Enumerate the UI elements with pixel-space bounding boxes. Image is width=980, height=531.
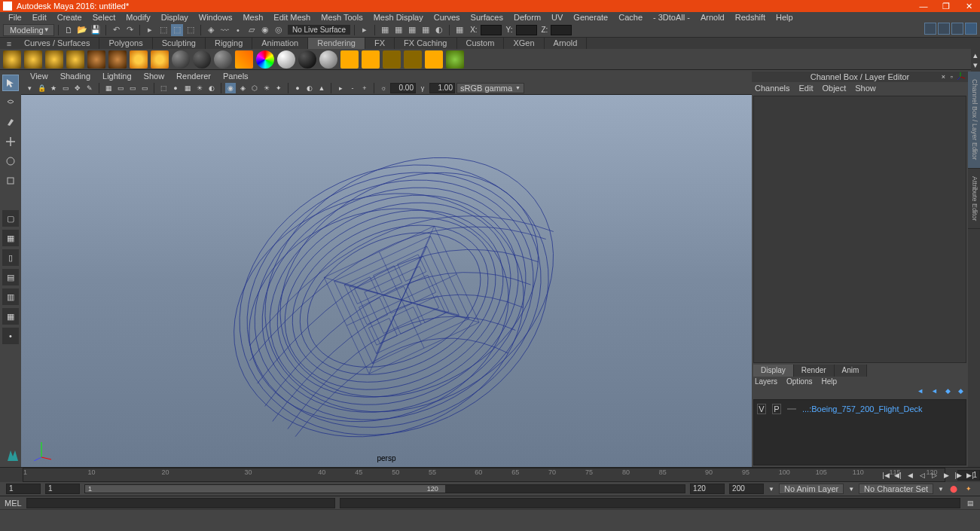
spot-light-icon[interactable] (66, 50, 84, 69)
hypershade-icon[interactable]: ◐ (433, 24, 445, 36)
shelf-tab-animation[interactable]: Animation (252, 38, 308, 49)
step-back-icon[interactable]: ◀ (905, 470, 915, 481)
ball-white-icon[interactable] (277, 50, 295, 69)
uv-editor-icon[interactable] (235, 50, 253, 69)
menu-generate[interactable]: Generate (568, 12, 613, 23)
menu-deform[interactable]: Deform (508, 12, 546, 23)
menu-curves[interactable]: Curves (429, 12, 466, 23)
gate-mask-icon[interactable]: ▭ (139, 83, 150, 93)
directional-light-icon[interactable] (24, 50, 42, 69)
shadows-icon[interactable]: ◐ (206, 83, 217, 93)
menu-edit[interactable]: Edit (27, 12, 52, 23)
layer-tab-render[interactable]: Render (794, 365, 835, 377)
ambient-light-icon[interactable] (3, 50, 21, 69)
2d-pan-icon[interactable]: ✥ (72, 83, 83, 93)
menu-uv[interactable]: UV (546, 12, 568, 23)
layout-hyper-icon[interactable]: ▦ (2, 308, 19, 325)
hypershade-open-icon[interactable] (425, 50, 443, 69)
snap-curve-icon[interactable]: 〰 (218, 24, 230, 36)
ch-menu-edit[interactable]: Edit (798, 84, 813, 93)
select-hier-icon[interactable]: ⬚ (157, 24, 169, 36)
menu-help[interactable]: Help (771, 12, 798, 23)
go-start-icon[interactable]: |◀ (881, 470, 891, 481)
shelf-tab-fxcaching[interactable]: FX Caching (395, 38, 456, 49)
layer-name[interactable]: ...:Boeing_757_200_Flight_Deck (802, 404, 963, 414)
shader-ball1-icon[interactable] (172, 50, 190, 69)
colorspace-select[interactable]: sRGB gamma▼ (456, 83, 524, 93)
exposure-down-icon[interactable]: - (347, 83, 358, 93)
rotate-tool[interactable] (2, 153, 19, 169)
range-end-outer[interactable]: 200 (729, 484, 764, 494)
scale-tool[interactable] (2, 172, 19, 189)
layout-single-icon[interactable]: ▢ (2, 210, 19, 227)
render-frame-icon[interactable] (340, 50, 359, 69)
script-editor-icon[interactable]: ▤ (965, 498, 975, 508)
panel-menu-shading[interactable]: Shading (54, 72, 96, 81)
layer-playback[interactable]: P (772, 404, 781, 414)
autokey-icon[interactable]: ⬤ (948, 484, 959, 494)
menu-file[interactable]: File (3, 12, 27, 23)
menu-mesh[interactable]: Mesh (237, 12, 268, 23)
menu-mesh-display[interactable]: Mesh Display (368, 12, 429, 23)
panel-dock-icon[interactable]: ▫ (951, 72, 953, 82)
layout-outliner-icon[interactable]: ▤ (2, 269, 19, 285)
batch-render-icon[interactable] (383, 50, 401, 69)
time-slider[interactable]: 1 10 20 30 40 45 50 55 60 65 70 75 80 85… (0, 467, 980, 482)
workspace-selector[interactable]: Modeling▼ (3, 24, 54, 36)
layer-move-down-icon[interactable]: ◄ (931, 387, 938, 398)
motion-blur-icon[interactable]: ◐ (304, 83, 315, 93)
move-tool[interactable] (2, 133, 19, 150)
dof-icon[interactable]: ▸ (335, 83, 346, 93)
layout-icon[interactable] (938, 23, 950, 35)
range-start-inner[interactable]: 1 (45, 484, 80, 494)
redo-icon[interactable]: ↷ (124, 24, 136, 36)
exposure-icon[interactable]: ☼ (378, 83, 389, 93)
layer-tab-display[interactable]: Display (753, 365, 794, 377)
shaded-icon[interactable]: ● (170, 83, 181, 93)
grid-icon[interactable]: ▦ (103, 83, 114, 93)
ball-gray-icon[interactable] (319, 50, 337, 69)
maximize-button[interactable]: ❐ (935, 0, 957, 12)
range-bar[interactable]: 1 120 (84, 484, 685, 493)
layer-menu-help[interactable]: Help (821, 377, 837, 387)
panel-menu-lighting[interactable]: Lighting (96, 72, 138, 81)
point-light-icon[interactable] (45, 50, 63, 69)
layout-two-icon[interactable]: ▯ (2, 249, 19, 266)
ipr-icon[interactable]: ▦ (392, 24, 405, 36)
z-input[interactable] (551, 25, 572, 35)
modeling-toolkit-icon[interactable] (924, 23, 936, 35)
lights-icon[interactable]: ☀ (194, 83, 205, 93)
construction-history-icon[interactable]: ▸ (359, 24, 371, 36)
exposure-input[interactable]: 0.00 (390, 83, 416, 93)
shelf-tab-rigging[interactable]: Rigging (206, 38, 252, 49)
gamma-icon[interactable]: γ (417, 83, 428, 93)
shelf-tab-curves[interactable]: Curves / Surfaces (15, 38, 99, 49)
y-input[interactable] (516, 25, 537, 35)
ao-icon[interactable]: ● (292, 83, 303, 93)
gamma-input[interactable]: 1.00 (429, 83, 455, 93)
attribute-editor-icon[interactable] (965, 23, 977, 35)
shelf-menu-icon[interactable]: ≡ (3, 38, 15, 50)
joint-xray-icon[interactable]: ⬡ (249, 83, 260, 93)
close-button[interactable]: ✕ (957, 0, 980, 12)
menu-modify[interactable]: Modify (121, 12, 155, 23)
layer-new-icon[interactable]: ◆ (958, 387, 963, 398)
assign-material-icon[interactable] (151, 50, 169, 69)
paint-icon[interactable] (446, 50, 464, 69)
panel-menu-show[interactable]: Show (138, 72, 171, 81)
menu-display[interactable]: Display (156, 12, 194, 23)
bookmark-icon[interactable]: ★ (48, 83, 59, 93)
undo-icon[interactable]: ↶ (110, 24, 122, 36)
select-comp-icon[interactable]: ⬚ (185, 24, 197, 36)
menu-3dtoall[interactable]: - 3DtoAll - (648, 12, 695, 23)
select-obj-icon[interactable]: ⬚ (171, 24, 183, 36)
menu-mesh-tools[interactable]: Mesh Tools (316, 12, 368, 23)
ch-menu-show[interactable]: Show (855, 84, 876, 93)
channel-box-area[interactable] (753, 96, 966, 363)
shelf-tab-fx[interactable]: FX (365, 38, 395, 49)
ch-menu-object[interactable]: Object (822, 84, 846, 93)
shader-ball2-icon[interactable] (193, 50, 211, 69)
select-tool[interactable] (2, 75, 19, 91)
render-icon[interactable]: ▦ (379, 24, 391, 36)
grease-pencil-icon[interactable]: ✎ (84, 83, 95, 93)
